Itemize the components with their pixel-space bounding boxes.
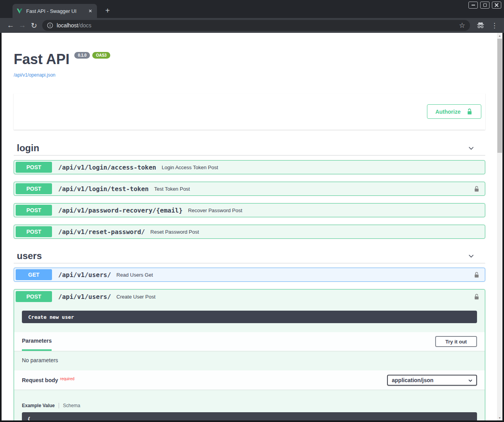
tag-header-users[interactable]: users	[14, 247, 485, 263]
scroll-down-icon[interactable]: ▼	[497, 415, 502, 420]
request-body-header: Request bodyrequired application/json	[14, 370, 485, 390]
endpoint-path: /api/v1/reset-password/	[58, 228, 145, 236]
url-path: /docs	[78, 22, 91, 29]
minimize-button[interactable]	[468, 2, 478, 9]
browser-window: Fast API - Swagger UI + ← → ↻	[0, 0, 504, 422]
authorize-label: Authorize	[435, 109, 461, 115]
scheme-container: Authorize	[14, 93, 485, 130]
browser-menu-icon[interactable]: ⋮	[489, 21, 500, 30]
method-badge: GET	[16, 269, 52, 280]
endpoint-row[interactable]: POST /api/v1/reset-password/ Reset Passw…	[14, 225, 485, 239]
browser-tab[interactable]: Fast API - Swagger UI	[13, 4, 97, 18]
url-host: localhost	[57, 22, 78, 29]
version-badge: 0.1.0	[74, 52, 90, 59]
endpoint-row[interactable]: POST /api/v1/users/ Create User Post	[14, 290, 485, 304]
expanded-endpoint: POST /api/v1/users/ Create User Post Cre…	[14, 289, 485, 420]
endpoint-row[interactable]: POST /api/v1/login/access-token Login Ac…	[14, 160, 485, 174]
tag-name: login	[17, 143, 39, 154]
method-badge: POST	[16, 162, 52, 173]
request-body-label: Request body	[22, 377, 58, 383]
api-info: Fast API 0.1.0 OAS3 /api/v1/openapi.json	[14, 51, 485, 78]
scroll-up-icon[interactable]: ▲	[497, 33, 502, 38]
bookmark-star-icon[interactable]: ☆	[457, 21, 468, 30]
example-code-block[interactable]: {	[22, 412, 477, 420]
tab-close-icon[interactable]	[87, 7, 94, 14]
chevron-down-icon[interactable]	[467, 252, 475, 260]
method-badge: POST	[16, 291, 52, 302]
back-icon[interactable]: ←	[5, 20, 16, 31]
window-controls	[468, 2, 501, 9]
incognito-icon	[476, 21, 485, 29]
login-operations: POST /api/v1/login/access-token Login Ac…	[14, 160, 485, 239]
browser-toolbar: ← → ↻ localhost/docs ☆	[0, 18, 504, 33]
endpoint-path: /api/v1/password-recovery/{email}	[58, 207, 183, 214]
parameters-title: Parameters	[22, 332, 52, 351]
parameters-header: Parameters Try it out	[14, 332, 485, 351]
endpoint-path: /api/v1/users/	[58, 293, 111, 300]
openapi-spec-link[interactable]: /api/v1/openapi.json	[14, 72, 485, 78]
endpoint-summary: Reset Password Post	[151, 229, 199, 235]
authorize-button[interactable]: Authorize	[427, 104, 481, 119]
endpoint-summary: Login Access Token Post	[161, 165, 218, 170]
endpoint-summary: Create User Post	[117, 294, 156, 300]
method-badge: POST	[16, 205, 52, 216]
operation-description: Create new user	[22, 311, 477, 323]
auth-lock-icon[interactable]	[473, 293, 481, 300]
try-it-out-button[interactable]: Try it out	[435, 336, 477, 347]
endpoint-row[interactable]: GET /api/v1/users/ Read Users Get	[14, 268, 485, 282]
endpoint-path: /api/v1/login/test-token	[58, 185, 149, 193]
endpoint-path: /api/v1/users/	[58, 271, 111, 279]
method-badge: POST	[16, 226, 52, 237]
tab-title: Fast API - Swagger UI	[26, 8, 87, 14]
page-title: Fast API	[14, 51, 70, 67]
required-label: required	[60, 377, 75, 381]
tab-schema[interactable]: Schema	[63, 403, 80, 408]
oas3-badge: OAS3	[92, 52, 110, 59]
tag-header-login[interactable]: login	[14, 139, 485, 156]
example-section: Example Value Schema {	[14, 390, 485, 420]
maximize-button[interactable]	[480, 2, 490, 9]
auth-lock-icon[interactable]	[473, 185, 481, 193]
close-button[interactable]	[492, 2, 501, 9]
no-parameters-text: No parameters	[14, 351, 485, 370]
tag-name: users	[17, 250, 42, 261]
url-bar[interactable]: localhost/docs ☆	[42, 20, 470, 31]
chevron-down-icon	[468, 378, 473, 384]
endpoint-summary: Recover Password Post	[188, 207, 242, 213]
site-info-icon[interactable]	[47, 22, 53, 29]
favicon-icon	[16, 8, 23, 14]
endpoint-row[interactable]: POST /api/v1/login/test-token Test Token…	[14, 182, 485, 196]
content-type-value: application/json	[392, 377, 434, 383]
page-content: Fast API 0.1.0 OAS3 /api/v1/openapi.json…	[2, 33, 502, 420]
endpoint-summary: Read Users Get	[117, 272, 153, 278]
page-scrollbar[interactable]: ▲ ▼	[497, 33, 502, 420]
chevron-down-icon[interactable]	[467, 144, 475, 152]
tab-example-value[interactable]: Example Value	[22, 403, 55, 408]
auth-lock-icon[interactable]	[473, 271, 481, 279]
titlebar: Fast API - Swagger UI +	[0, 0, 504, 18]
tab-separator	[59, 403, 59, 408]
new-tab-button[interactable]: +	[102, 5, 113, 16]
endpoint-row[interactable]: POST /api/v1/password-recovery/{email} R…	[14, 203, 485, 217]
endpoint-path: /api/v1/login/access-token	[58, 164, 156, 171]
endpoint-summary: Test Token Post	[154, 186, 190, 192]
scrollbar-thumb[interactable]	[497, 39, 502, 153]
reload-icon[interactable]: ↻	[28, 20, 40, 31]
users-operations: GET /api/v1/users/ Read Users Get POST /…	[14, 268, 485, 420]
forward-icon[interactable]: →	[16, 20, 28, 31]
method-badge: POST	[16, 183, 52, 194]
content-type-select[interactable]: application/json	[387, 375, 477, 386]
unlock-icon	[466, 108, 473, 115]
